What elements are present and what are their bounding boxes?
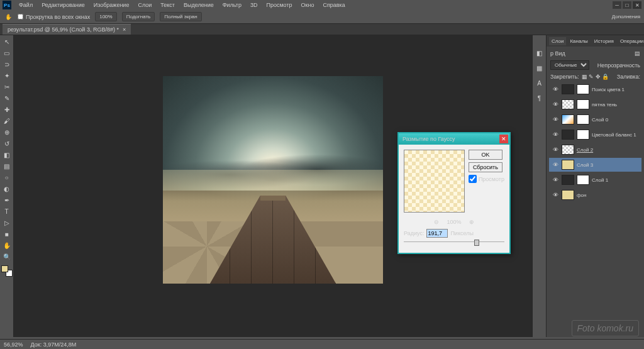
visibility-icon[interactable]: 👁 [552, 176, 559, 184]
lock-icons[interactable]: ▦ ✎ ✥ 🔒 [582, 74, 609, 80]
move-tool[interactable]: ↖ [1, 36, 13, 47]
radius-input[interactable] [426, 229, 448, 238]
menu-type[interactable]: Текст [157, 1, 179, 9]
menu-view[interactable]: Просмотр [262, 1, 296, 9]
eraser-tool[interactable]: ◧ [1, 150, 13, 160]
layer-thumb [562, 145, 574, 155]
menu-select[interactable]: Выделение [180, 1, 218, 9]
zoom-out-icon[interactable]: ⊖ [434, 219, 439, 225]
layer-row-active[interactable]: 👁 Слой 3 [549, 158, 641, 172]
mask-thumb [577, 99, 589, 109]
brush-tool[interactable]: 🖌 [1, 116, 13, 126]
options-bar: ✋ Прокрутка во всех окнах 100% Подогнать… [0, 10, 644, 24]
channels-tab[interactable]: Каналы [567, 37, 590, 45]
zoom-in-icon[interactable]: ⊕ [469, 219, 474, 225]
layers-tab[interactable]: Слои [549, 37, 566, 45]
color-panel-icon[interactable]: ◧ [535, 48, 545, 58]
layer-row[interactable]: 👁 Поиск цвета 1 [549, 82, 641, 96]
radius-unit: Пикселы [450, 230, 473, 236]
menu-file[interactable]: Файл [15, 1, 36, 9]
shape-tool[interactable]: ■ [1, 229, 13, 240]
wand-tool[interactable]: ✦ [1, 70, 13, 81]
visibility-icon[interactable]: 👁 [552, 161, 559, 169]
layers-panel-group: Слои Каналы История Операции р Вид ▤ Обы… [546, 35, 644, 337]
visibility-icon[interactable]: 👁 [552, 131, 559, 138]
close-button[interactable]: ✕ [633, 1, 641, 9]
menu-layer[interactable]: Слои [134, 1, 155, 9]
dialog-close-button[interactable]: ✕ [499, 135, 508, 143]
layer-thumb [562, 160, 574, 170]
doc-info[interactable]: Док: 3,97M/24,8M [31, 341, 77, 348]
menu-3d[interactable]: 3D [247, 1, 262, 9]
swatches-panel-icon[interactable]: ▦ [535, 63, 545, 73]
stamp-tool[interactable]: ⊕ [1, 127, 13, 138]
menu-edit[interactable]: Редактирование [38, 1, 89, 9]
history-brush-tool[interactable]: ↺ [1, 138, 13, 149]
heal-tool[interactable]: ✚ [1, 104, 13, 115]
layer-row[interactable]: 👁 фон [549, 188, 641, 202]
layer-row[interactable]: 👁 Слой 0 [549, 113, 641, 126]
lasso-tool[interactable]: ⊃ [1, 59, 13, 70]
minimize-button[interactable]: ─ [613, 1, 621, 9]
type-tool[interactable]: T [1, 206, 13, 217]
char-panel-icon[interactable]: A [535, 78, 545, 88]
watermark: Foto komok.ru [572, 320, 639, 336]
zoom-100-button[interactable]: 100% [95, 12, 116, 21]
visibility-icon[interactable]: 👁 [552, 116, 559, 123]
fit-screen-button[interactable]: Подогнать [122, 12, 155, 21]
opacity-label: Непрозрачность [597, 62, 640, 69]
layer-thumb [562, 99, 574, 109]
layer-thumb [562, 175, 574, 185]
layer-thumb [562, 190, 574, 200]
visibility-icon[interactable]: 👁 [552, 101, 559, 108]
filter-icon[interactable]: ▤ [635, 50, 640, 57]
mask-thumb [577, 175, 589, 185]
slider-thumb[interactable] [474, 240, 479, 246]
color-swatches[interactable] [1, 265, 13, 277]
eyedropper-tool[interactable]: ✎ [1, 93, 13, 104]
pen-tool[interactable]: ✒ [1, 195, 13, 206]
visibility-icon[interactable]: 👁 [552, 191, 559, 199]
gradient-tool[interactable]: ▤ [1, 161, 13, 172]
visibility-icon[interactable]: 👁 [552, 86, 559, 93]
layer-row[interactable]: 👁 Слой 1 [549, 173, 641, 187]
zoom-level[interactable]: 56,92% [4, 341, 23, 348]
layer-row[interactable]: 👁 Цветовой баланс 1 [549, 128, 641, 141]
radius-slider[interactable] [404, 241, 504, 248]
blur-tool[interactable]: ○ [1, 172, 13, 183]
document-tab[interactable]: результат.psd @ 56,9% (Слой 3, RGB/8#) *… [3, 24, 131, 35]
document-canvas[interactable] [163, 76, 383, 284]
mask-thumb [577, 114, 589, 125]
marquee-tool[interactable]: ▭ [1, 48, 13, 58]
scroll-all-windows-check[interactable]: Прокрутка во всех окнах [18, 14, 90, 20]
hand-tool-icon[interactable]: ✋ [4, 13, 13, 21]
visibility-icon[interactable]: 👁 [552, 146, 559, 153]
ok-button[interactable]: OK [469, 150, 502, 160]
menu-help[interactable]: Справка [319, 1, 348, 9]
history-tab[interactable]: История [592, 37, 616, 45]
para-panel-icon[interactable]: ¶ [535, 93, 545, 103]
menu-filter[interactable]: Фильтр [219, 1, 245, 9]
gaussian-blur-dialog[interactable]: Размытие по Гауссу ✕ OK Сбросить Просмот… [397, 132, 511, 254]
layer-row[interactable]: 👁 пятна тень [549, 97, 641, 111]
crop-tool[interactable]: ✂ [1, 82, 13, 92]
menu-image[interactable]: Изображение [90, 1, 133, 9]
blend-mode-select[interactable]: Обычные [550, 60, 589, 70]
zoom-tool[interactable]: 🔍 [1, 252, 13, 262]
preview-checkbox[interactable]: Просмотр [469, 175, 504, 183]
maximize-button[interactable]: □ [623, 1, 631, 9]
layer-row[interactable]: 👁 Слой 2 [549, 143, 641, 157]
foreground-swatch[interactable] [1, 265, 8, 272]
path-tool[interactable]: ▷ [1, 218, 13, 228]
reset-button[interactable]: Сбросить [469, 162, 502, 172]
actions-tab[interactable]: Операции [618, 37, 644, 45]
dialog-titlebar[interactable]: Размытие по Гауссу ✕ [399, 133, 509, 145]
menu-window[interactable]: Окно [297, 1, 318, 9]
mask-thumb [577, 130, 589, 140]
dodge-tool[interactable]: ◐ [1, 184, 13, 194]
tab-close-icon[interactable]: × [123, 26, 126, 33]
workspace-switcher[interactable]: Дополнения [612, 14, 640, 19]
blur-preview[interactable] [404, 150, 465, 213]
full-screen-button[interactable]: Полный экран [160, 12, 201, 21]
hand-tool[interactable]: ✋ [1, 240, 13, 251]
